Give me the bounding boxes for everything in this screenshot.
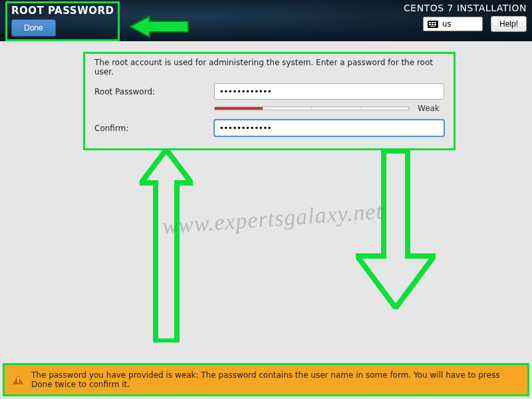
- header-bar: ROOT PASSWORD Done CENTOS 7 INSTALLATION…: [0, 0, 532, 41]
- header-left-highlight: ROOT PASSWORD Done: [5, 1, 120, 41]
- root-password-input[interactable]: [214, 83, 444, 100]
- warning-icon: [13, 375, 23, 384]
- warning-bar: The password you have provided is weak: …: [3, 363, 529, 396]
- done-button[interactable]: Done: [11, 19, 56, 37]
- keyboard-layout-selector[interactable]: us: [423, 17, 483, 31]
- password-form-highlight: The root account is used for administeri…: [83, 52, 456, 150]
- page-title: ROOT PASSWORD: [11, 5, 114, 17]
- confirm-password-input[interactable]: [214, 120, 444, 136]
- installer-title: CENTOS 7 INSTALLATION: [404, 3, 527, 13]
- header-left: ROOT PASSWORD Done: [11, 5, 114, 37]
- keyboard-icon: [428, 21, 438, 28]
- form-description: The root account is used for administeri…: [94, 58, 444, 76]
- warning-text: The password you have provided is weak: …: [31, 370, 521, 389]
- keyboard-layout-label: us: [442, 19, 452, 29]
- help-button[interactable]: Help!: [491, 16, 527, 32]
- annotation-arrow-up-icon: [140, 150, 193, 342]
- svg-marker-2: [357, 151, 434, 308]
- password-strength-row: Weak: [214, 104, 444, 113]
- svg-marker-1: [141, 150, 192, 341]
- confirm-password-label: Confirm:: [94, 124, 214, 133]
- password-strength-label: Weak: [418, 104, 444, 113]
- password-strength-meter: [214, 106, 410, 110]
- header-right: CENTOS 7 INSTALLATION us Help!: [404, 3, 527, 41]
- watermark-text: www.expertsgalaxy.net: [99, 194, 446, 243]
- root-password-label: Root Password:: [94, 87, 214, 96]
- annotation-arrow-down-icon: [356, 150, 436, 309]
